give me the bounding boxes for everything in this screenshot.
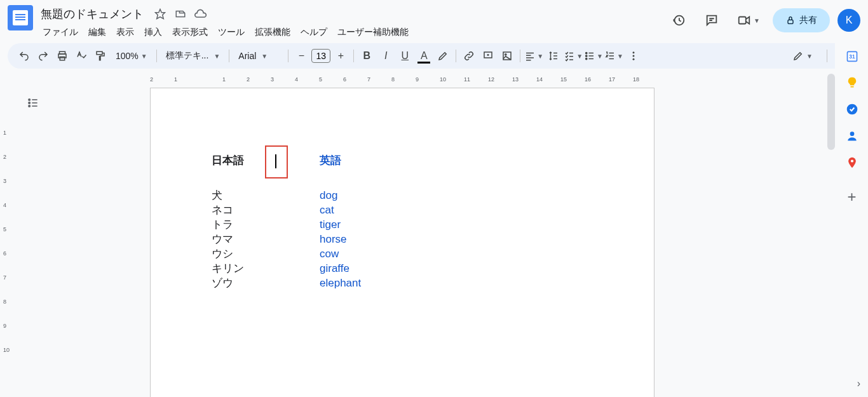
header-english: 英語 (320, 152, 447, 170)
menu-edit[interactable]: 編集 (84, 24, 111, 41)
docs-logo[interactable] (8, 5, 33, 30)
maps-app-icon[interactable] (846, 156, 858, 169)
toolbar: 100%▼ 標準テキ...▼ Arial▼ − + B I U A ▼ ▼ ▼ … (8, 43, 860, 69)
bold-button[interactable]: B (358, 47, 376, 65)
svg-point-15 (632, 55, 634, 57)
image-button[interactable] (498, 47, 516, 65)
svg-point-13 (586, 58, 587, 59)
table-cell-jp: ウマ (212, 232, 320, 247)
paragraph-style-dropdown[interactable]: 標準テキ...▼ (161, 48, 226, 64)
menu-extensions[interactable]: 拡張機能 (250, 24, 295, 41)
table-cell-jp: ゾウ (212, 276, 320, 291)
bullet-list-button[interactable]: ▼ (584, 47, 603, 65)
table-cell-en: cow (320, 247, 447, 262)
checklist-button[interactable]: ▼ (564, 47, 583, 65)
menu-accessibility[interactable]: ユーザー補助機能 (333, 24, 413, 41)
table-cell-jp: ウシ (212, 247, 320, 262)
zoom-dropdown[interactable]: 100%▼ (111, 48, 153, 64)
svg-point-23 (850, 131, 854, 136)
document-page[interactable]: 日本語 犬ネコトラウマウシキリンゾウ 英語 dogcattigerhorseco… (150, 88, 654, 397)
comment-button[interactable] (479, 47, 497, 65)
align-button[interactable]: ▼ (524, 47, 543, 65)
number-list-button[interactable]: ▼ (604, 47, 623, 65)
document-title[interactable]: 無題のドキュメント (38, 5, 146, 23)
menu-format[interactable]: 表示形式 (168, 24, 212, 41)
underline-button[interactable]: U (396, 47, 414, 65)
svg-rect-2 (739, 17, 746, 24)
highlight-button[interactable] (434, 47, 452, 65)
svg-point-10 (505, 54, 506, 55)
font-size-input[interactable] (311, 49, 330, 63)
table-cell-en: tiger (320, 218, 447, 232)
font-dropdown[interactable]: Arial▼ (233, 48, 284, 64)
contacts-app-icon[interactable] (846, 130, 858, 142)
editing-mode-button[interactable]: ▼ (786, 46, 819, 65)
link-button[interactable] (460, 47, 478, 65)
table-cell-en: dog (320, 189, 447, 203)
undo-button[interactable] (15, 47, 33, 65)
cloud-status-icon[interactable] (194, 8, 207, 20)
horizontal-ruler[interactable]: 21123456789101112131415161718 (150, 76, 835, 86)
table-cell-en: cat (320, 203, 447, 218)
menu-help[interactable]: ヘルプ (296, 24, 332, 41)
menu-tools[interactable]: ツール (214, 24, 249, 41)
menu-view[interactable]: 表示 (112, 24, 139, 41)
redo-button[interactable] (34, 47, 52, 65)
table-cell-jp: キリン (212, 262, 320, 276)
history-icon[interactable] (666, 8, 691, 33)
calendar-app-icon[interactable]: 31 (846, 50, 858, 62)
print-button[interactable] (53, 47, 71, 65)
add-app-button[interactable]: + (846, 191, 858, 203)
side-panel-collapse-icon[interactable]: › (857, 378, 860, 389)
move-icon[interactable] (174, 8, 187, 20)
header-japanese: 日本語 (212, 152, 320, 170)
menu-insert[interactable]: 挿入 (140, 24, 166, 41)
text-cursor (275, 154, 276, 168)
svg-point-14 (632, 51, 634, 53)
table-cell-en: elephant (320, 276, 447, 291)
svg-point-12 (586, 55, 587, 57)
table-cell-jp: 犬 (212, 189, 320, 203)
share-button[interactable]: 共有 (773, 8, 830, 32)
svg-point-17 (29, 99, 31, 101)
spellcheck-button[interactable] (72, 47, 90, 65)
svg-point-19 (29, 105, 31, 107)
user-avatar[interactable]: K (837, 9, 860, 32)
svg-point-24 (850, 159, 853, 162)
vertical-ruler[interactable]: 12345678910 (1, 86, 11, 397)
svg-text:31: 31 (849, 53, 855, 60)
menu-file[interactable]: ファイル (38, 24, 83, 41)
table-cell-jp: トラ (212, 218, 320, 232)
italic-button[interactable]: I (377, 47, 395, 65)
comments-icon[interactable] (699, 8, 724, 33)
svg-rect-7 (97, 51, 102, 55)
side-panel: 31 + › (835, 41, 868, 397)
text-color-button[interactable]: A (415, 47, 433, 65)
svg-point-18 (29, 102, 31, 104)
font-size-decrease[interactable]: − (292, 47, 310, 65)
svg-point-11 (586, 52, 587, 53)
vertical-scrollbar[interactable] (827, 74, 835, 150)
svg-rect-3 (788, 20, 793, 24)
svg-marker-0 (156, 10, 165, 19)
keep-app-icon[interactable] (846, 76, 858, 89)
share-label: 共有 (799, 15, 817, 26)
menu-bar: ファイル 編集 表示 挿入 表示形式 ツール 拡張機能 ヘルプ ユーザー補助機能 (38, 24, 666, 41)
table-cell-en: horse (320, 232, 447, 247)
paint-format-button[interactable] (92, 47, 109, 65)
outline-toggle-button[interactable] (24, 94, 42, 112)
font-size-increase[interactable]: + (332, 47, 349, 65)
svg-point-16 (632, 58, 634, 60)
more-tools-button[interactable] (625, 47, 642, 65)
table-cell-jp: ネコ (212, 203, 320, 218)
line-spacing-button[interactable] (545, 47, 562, 65)
meet-button[interactable]: ▼ (732, 8, 765, 32)
tasks-app-icon[interactable] (846, 103, 858, 116)
table-cell-en: giraffe (320, 262, 447, 276)
star-icon[interactable] (154, 8, 166, 20)
